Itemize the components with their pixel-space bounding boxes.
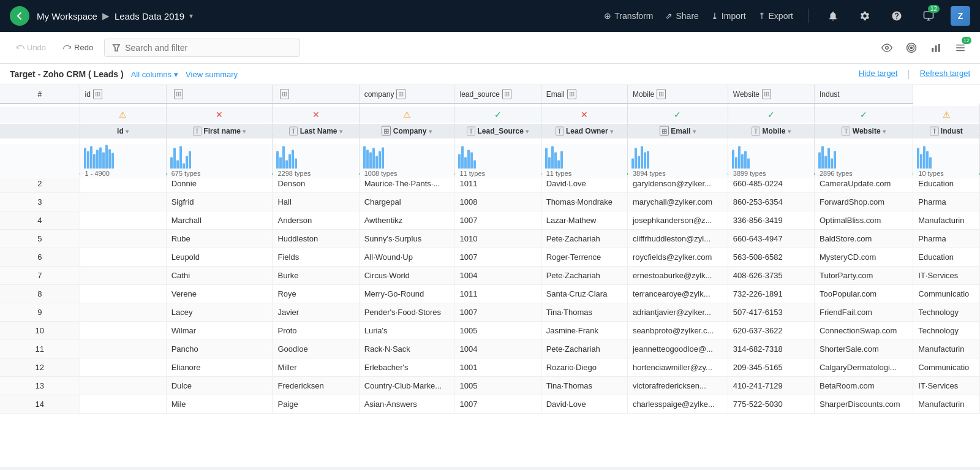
notifications-badge-button[interactable]: 12 [919, 6, 938, 26]
histogram-firstname [166, 143, 273, 171]
notifications-button[interactable] [823, 6, 843, 26]
col-header-firstname: ⊞ [166, 85, 273, 104]
col-expand-lastname[interactable]: ⊞ [280, 89, 289, 99]
col-expand-website[interactable]: ⊞ [762, 89, 771, 99]
user-avatar[interactable]: Z [951, 6, 970, 26]
cell-company: Circus·World [359, 267, 454, 285]
target-header: Target - Zoho CRM ( Leads ) All columns … [0, 64, 980, 85]
cell-email: terrancearoye@zylk... [627, 285, 728, 303]
col-expand-email2[interactable]: ⊞ [660, 126, 669, 136]
table-body: 2DonnieDensonMaurice·The·Pants·...1011Da… [0, 174, 980, 414]
hide-target-button[interactable]: Hide target [859, 69, 898, 80]
type-icon-lo[interactable]: T [556, 127, 564, 136]
cell-mobile: 209-345-5165 [728, 358, 814, 377]
sort-company[interactable]: ▾ [429, 128, 432, 135]
row-num: 5 [0, 230, 80, 248]
export-button[interactable]: ⤒ Export [758, 11, 793, 21]
hist-bar [87, 151, 89, 170]
cell-industry: Technology [913, 322, 980, 340]
dataset-chevron[interactable]: ▾ [189, 12, 193, 20]
redo-button[interactable]: Redo [57, 39, 99, 56]
settings-button[interactable] [855, 6, 875, 26]
type-icon-mo[interactable]: T [752, 127, 760, 136]
type-icon-ln[interactable]: T [289, 127, 298, 136]
target-icon[interactable] [902, 38, 921, 58]
quality-ok-icon-web: ✓ [860, 110, 867, 119]
cell-industry: Technology [913, 303, 980, 322]
col-header-mobile: Mobile ⊞ [627, 85, 728, 104]
svg-point-2 [886, 46, 889, 49]
col-expand-mobile[interactable]: ⊞ [657, 89, 666, 99]
dataset-label[interactable]: Leads Data 2019 [115, 11, 184, 21]
undo-button[interactable]: Undo [10, 39, 52, 56]
back-button[interactable] [10, 6, 29, 26]
stats-website: 2896 types [814, 168, 913, 179]
workspace-label[interactable]: My Workspace [37, 11, 97, 21]
quality-industry: ⚠ [913, 106, 980, 123]
share-button[interactable]: ⇗ Share [665, 11, 698, 21]
cell-firstname: Cathi [166, 267, 273, 285]
transform-button[interactable]: ⊕ Transform [604, 11, 653, 21]
stats-leadsource: 11 types [454, 168, 541, 179]
col-expand-email[interactable]: ⊞ [567, 89, 576, 99]
cell-id [80, 358, 166, 377]
cell-leadsource: 1011 [454, 285, 541, 303]
type-icon-web[interactable]: T [842, 127, 850, 136]
search-filter-box[interactable] [104, 39, 300, 57]
sort-firstname[interactable]: ▾ [243, 128, 246, 135]
all-columns-label: All columns [131, 70, 172, 79]
breadcrumb-sep: ▶ [102, 10, 110, 21]
cell-website: BaldStore.com [814, 230, 913, 248]
col-expand-leadsource[interactable]: ⊞ [502, 89, 511, 99]
col-leadsource-name: Lead_Source [477, 127, 523, 135]
col-expand-company[interactable]: ⊞ [396, 89, 405, 99]
target-title: Target - Zoho CRM ( Leads ) [10, 69, 124, 79]
hist-bar [93, 154, 96, 170]
sort-website[interactable]: ▾ [883, 128, 886, 135]
export-label: Export [769, 11, 793, 21]
hist-bar [96, 150, 99, 170]
search-input[interactable] [125, 43, 292, 53]
stats-leadowner: 11 types [541, 168, 627, 179]
data-table-container[interactable]: # id ⊞ ⊞ ⊞ [0, 85, 980, 467]
cell-website: ConnectionSwap.com [814, 322, 913, 340]
cell-mobile: 408-626-3735 [728, 267, 814, 285]
type-icon-ls[interactable]: T [467, 127, 475, 136]
table-row: 4MarchallAndersonAwthentikz1007Lazar·Mat… [0, 211, 980, 230]
cell-lastname: Burke [273, 267, 359, 285]
col-email-label: Email [546, 90, 565, 99]
col-name-lastname: T Last Name ▾ [273, 123, 359, 138]
hist-bar [108, 150, 111, 170]
sort-lastname[interactable]: ▾ [339, 128, 342, 135]
cell-lastname: Fields [273, 248, 359, 267]
cell-company: Asian·Answers [359, 395, 454, 414]
col-expand-firstname[interactable]: ⊞ [174, 89, 183, 99]
all-columns-button[interactable]: All columns ▾ [131, 70, 178, 79]
type-icon-fn[interactable]: T [193, 127, 202, 136]
sort-id[interactable]: ▾ [126, 128, 129, 135]
hist-bar [84, 148, 86, 170]
cell-leadsource: 1007 [454, 248, 541, 267]
cell-mobile: 336-856-3419 [728, 211, 814, 230]
col-expand-company2[interactable]: ⊞ [382, 126, 391, 136]
help-button[interactable] [887, 6, 907, 26]
hist-bar [111, 153, 114, 170]
histogram-email [627, 143, 728, 171]
cell-email: ernestoaburke@zylk... [627, 267, 728, 285]
eye-icon[interactable] [877, 38, 897, 58]
sort-leadowner[interactable]: ▾ [610, 128, 613, 135]
list-icon[interactable]: 12 [951, 38, 970, 58]
sort-leadsource[interactable]: ▾ [526, 128, 529, 135]
sort-email[interactable]: ▾ [693, 128, 696, 135]
cell-leadowner: Jasmine·Frank [541, 322, 627, 340]
import-button[interactable]: ⤓ Import [711, 11, 746, 21]
cell-firstname: Verene [166, 285, 273, 303]
sort-mobile[interactable]: ▾ [788, 128, 791, 135]
chart-icon[interactable] [926, 38, 946, 58]
stats-email: 3894 types [627, 168, 728, 179]
type-icon-ind[interactable]: T [930, 127, 938, 136]
col-expand-id[interactable]: ⊞ [93, 89, 102, 99]
refresh-target-button[interactable]: Refresh target [920, 69, 970, 80]
share-label: Share [676, 11, 698, 21]
view-summary-button[interactable]: View summary [186, 70, 238, 79]
